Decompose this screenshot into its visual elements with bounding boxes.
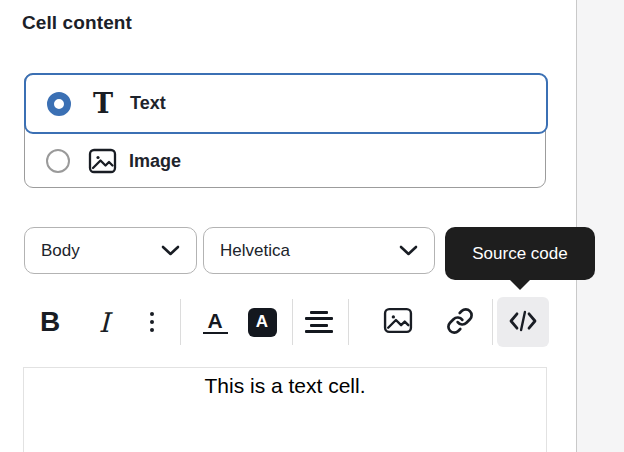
toolbar-divider [292,299,293,345]
block-format-value: Body [41,241,80,261]
source-code-tooltip: Source code [445,227,595,280]
cell-type-label-image: Image [129,151,181,172]
panel-heading: Cell content [22,12,132,34]
editor-content-area[interactable]: This is a text cell. [23,367,547,452]
source-code-icon [508,309,538,336]
image-icon [87,148,117,174]
text-color-button[interactable]: A [201,297,229,347]
insert-link-button[interactable] [446,297,474,347]
side-rail [576,0,624,452]
radio-selected-icon[interactable] [47,92,71,116]
align-center-button[interactable] [304,297,334,347]
source-code-button[interactable] [497,297,549,347]
cell-type-option-image[interactable]: Image [25,134,545,188]
text-color-icon: A [203,311,228,334]
bold-button[interactable]: B [36,297,64,347]
font-family-value: Helvetica [220,241,290,261]
text-icon: T [88,91,118,117]
more-options-icon [150,312,155,333]
italic-icon: I [99,307,110,338]
chevron-down-icon [161,241,180,261]
toolbar-divider [180,299,181,345]
tooltip-caret [509,279,531,290]
radio-unselected-icon[interactable] [46,149,70,173]
cell-type-label-text: Text [130,93,166,114]
italic-button[interactable]: I [90,297,118,347]
cell-type-option-text[interactable]: T Text [24,73,548,134]
cell-type-radio-group: T Text Image [24,73,546,188]
editor-text[interactable]: This is a text cell. [24,374,546,398]
tooltip-label: Source code [472,244,567,264]
link-icon [446,307,474,338]
block-format-select[interactable]: Body [24,227,197,274]
align-center-icon [305,311,333,334]
toolbar-divider [492,299,493,345]
background-color-button[interactable]: A [247,297,277,347]
insert-image-button[interactable] [383,297,413,347]
image-icon [383,307,413,337]
toolbar-divider [348,299,349,345]
cell-properties-panel: Cell content T Text Image Body [0,0,624,452]
font-family-select[interactable]: Helvetica [203,227,435,274]
chevron-down-icon [399,241,418,261]
more-options-button[interactable] [142,297,162,347]
background-color-icon: A [248,308,277,337]
bold-icon: B [40,306,60,338]
